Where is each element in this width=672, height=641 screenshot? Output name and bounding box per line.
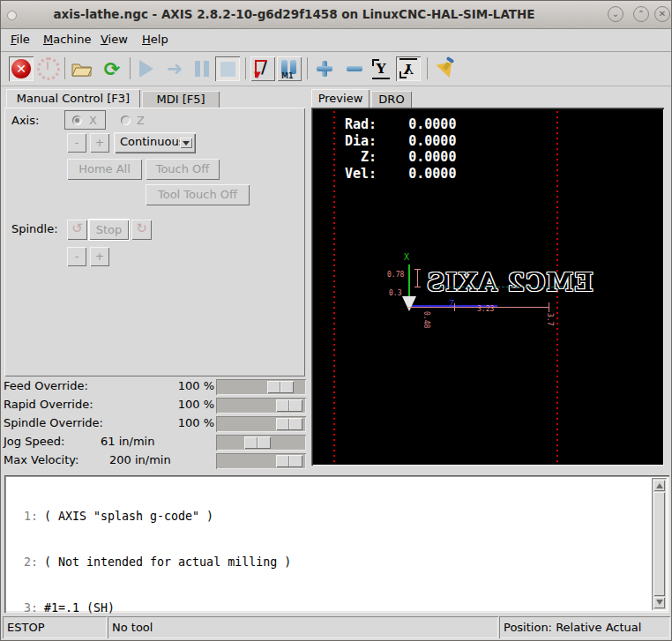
scroll-down-icon[interactable] xyxy=(653,597,665,608)
status-tool: No tool xyxy=(108,616,498,638)
spindle-override-slider[interactable] xyxy=(216,416,306,432)
toolbar-separator xyxy=(64,57,65,79)
spindle-override-label: Spindle Override: xyxy=(4,416,103,429)
jog-minus-button[interactable]: - xyxy=(67,133,86,153)
rapid-override-slider[interactable] xyxy=(216,398,306,414)
tool-cone xyxy=(402,296,416,311)
dropdown-arrow-icon xyxy=(180,138,192,148)
open-folder-icon xyxy=(71,60,93,78)
menu-bar: File Machine View Help xyxy=(1,29,671,51)
reload-button[interactable]: ⟳ xyxy=(100,56,124,81)
tab-dro[interactable]: DRO xyxy=(371,91,412,108)
gcode-scrollbar[interactable] xyxy=(652,478,667,610)
zoom-out-button[interactable] xyxy=(342,56,367,81)
dim-label: 3.7 xyxy=(546,313,554,325)
logo-dash-line xyxy=(430,287,563,287)
scroll-up-icon[interactable] xyxy=(653,480,665,491)
status-estop: ESTOP xyxy=(3,616,107,638)
step-icon: ➜ xyxy=(167,60,183,78)
zoom-in-icon xyxy=(317,61,332,77)
home-all-button[interactable]: Home All xyxy=(67,159,142,180)
rapid-override-label: Rapid Override: xyxy=(4,398,93,411)
tab-mdi[interactable]: MDI [F5] xyxy=(142,91,220,108)
dim-label: 3.23 xyxy=(477,305,494,313)
run-icon xyxy=(139,60,153,78)
spindle-plus-button[interactable]: + xyxy=(90,247,109,266)
toolbar-separator xyxy=(307,57,308,79)
minimize-button[interactable]: ⌄ xyxy=(608,6,623,22)
menu-help[interactable]: Help xyxy=(142,33,168,46)
open-file-button[interactable] xyxy=(70,56,94,81)
menu-machine[interactable]: Machine xyxy=(43,33,91,46)
estop-button[interactable]: ✕ xyxy=(9,56,34,81)
axis-z-radio[interactable] xyxy=(121,116,131,125)
feed-override-value: 100 % xyxy=(178,379,214,392)
axis-x-radio[interactable] xyxy=(72,116,82,125)
close-button[interactable]: ✕ xyxy=(654,6,670,22)
tool-touch-off-button[interactable]: Tool Touch Off xyxy=(146,184,250,205)
touch-off-button[interactable]: Touch Off xyxy=(146,159,220,180)
pause-button[interactable] xyxy=(190,56,214,81)
zoom-in-button[interactable] xyxy=(312,56,337,81)
slider-handle[interactable] xyxy=(267,381,294,393)
maximize-button[interactable]: ⌃ xyxy=(633,6,649,22)
feed-override-label: Feed Override: xyxy=(4,379,88,392)
run-button[interactable] xyxy=(134,56,159,81)
menu-view[interactable]: View xyxy=(101,33,128,46)
preview-canvas[interactable]: Rad: 0.0000 Dia: 0.0000 Z: 0.0000 Vel: 0… xyxy=(311,108,664,466)
estop-icon: ✕ xyxy=(11,59,31,78)
reload-icon: ⟳ xyxy=(104,58,120,80)
machine-limit-line xyxy=(333,111,335,462)
gcode-line: 1:( AXIS "splash g-code" ) xyxy=(8,509,291,524)
spindle-cw-icon: ↻ xyxy=(136,220,147,236)
spindle-label: Spindle: xyxy=(11,222,58,235)
feed-override-slider[interactable] xyxy=(216,379,306,395)
toolbar-separator xyxy=(427,57,428,79)
axis-x-focus-ring xyxy=(64,110,106,130)
spindle-stop-button[interactable]: Stop xyxy=(89,220,129,240)
toolbar-separator xyxy=(245,57,246,79)
title-bar[interactable]: axis-lathe.ngc - AXIS 2.8.2-10-g6d29f145… xyxy=(1,1,671,29)
max-velocity-value: 200 in/min xyxy=(109,453,171,466)
machine-power-button[interactable] xyxy=(36,56,61,81)
dimension-y-icon: Y xyxy=(374,61,389,77)
menu-file[interactable]: File xyxy=(11,33,30,46)
stop-button[interactable] xyxy=(215,56,240,81)
skip-lines-icon: ▼/ xyxy=(255,60,271,78)
rapid-override-value: 100 % xyxy=(178,398,214,411)
dimension-y-alt-button[interactable]: Y xyxy=(396,56,421,81)
step-button[interactable]: ➜ xyxy=(162,56,187,81)
spindle-override-value: 100 % xyxy=(178,416,214,429)
dim-label: 0.78 xyxy=(387,271,404,279)
machine-power-icon xyxy=(37,57,60,80)
dro-readout: Rad: 0.0000 Dia: 0.0000 Z: 0.0000 Vel: 0… xyxy=(345,116,456,182)
jog-mode-dropdown[interactable]: Continuous xyxy=(114,132,196,153)
dimension-y-button[interactable]: Y xyxy=(369,56,393,81)
clear-plot-button[interactable] xyxy=(433,56,458,81)
slider-handle[interactable] xyxy=(276,418,302,430)
tab-manual-control[interactable]: Manual Control [F3] xyxy=(6,89,140,108)
slider-handle[interactable] xyxy=(276,455,302,467)
scrollbar-thumb[interactable] xyxy=(653,492,665,596)
max-velocity-slider[interactable] xyxy=(216,453,306,469)
jog-speed-slider[interactable] xyxy=(216,435,306,451)
jog-plus-button[interactable]: + xyxy=(90,133,109,153)
jog-speed-value: 61 in/min xyxy=(101,435,154,448)
stop-icon xyxy=(220,62,235,77)
optional-pause-m1-icon: M1 xyxy=(281,60,297,78)
gcode-listing[interactable]: 1:( AXIS "splash g-code" ) 2:( Not inten… xyxy=(4,475,669,613)
tab-preview[interactable]: Preview xyxy=(311,89,370,108)
skip-lines-button[interactable]: ▼/ xyxy=(250,56,275,81)
dim-label: 0.3 xyxy=(389,289,401,297)
spindle-minus-button[interactable]: - xyxy=(67,247,86,266)
axis-label: Axis: xyxy=(11,114,39,127)
window-title: axis-lathe.ngc - AXIS 2.8.2-10-g6d29f145… xyxy=(1,7,587,21)
slider-handle[interactable] xyxy=(276,399,302,412)
splash-logo-text: EMC2 AXIS xyxy=(426,268,594,297)
max-velocity-label: Max Velocity: xyxy=(4,453,78,466)
dim-label: 0.48 xyxy=(422,311,430,328)
spindle-cw-button[interactable]: ↻ xyxy=(131,220,152,240)
spindle-ccw-button[interactable]: ↺ xyxy=(67,220,87,240)
slider-handle[interactable] xyxy=(244,436,271,449)
optional-pause-button[interactable]: M1 xyxy=(277,56,302,81)
